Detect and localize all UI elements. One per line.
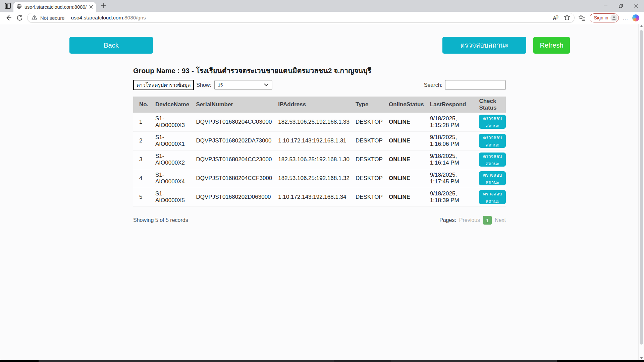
row-check-status-button[interactable]: ตรวจสอบสถานะ [479,171,506,185]
table-row: 1 S1-AIO0000X3 DQVPJST01680204CC03000 18… [133,113,506,131]
page-content: Back ตรวจสอบสถานะ Refresh Group Name : 9… [0,24,644,360]
back-button[interactable]: Back [69,37,153,54]
read-aloud-icon[interactable]: A)) [553,15,558,21]
close-window-icon[interactable] [629,0,644,12]
back-arrow-icon[interactable] [5,14,12,21]
cell-no: 1 [133,113,149,131]
status-badge: ONLINE [383,131,424,150]
workspaces-icon[interactable] [5,3,11,10]
pagination: Pages: Previous 1 Next [439,216,506,225]
cell-type: DESKTOP [350,169,383,188]
page-scrollbar[interactable] [638,24,644,360]
row-check-status-button[interactable]: ตรวจสอบสถานะ [479,134,506,148]
tab-close-icon[interactable] [89,5,93,9]
chevron-down-icon [264,82,269,87]
cell-serialnumber: DQVPJST01680204CC03000 [190,113,272,131]
cell-type: DESKTOP [350,188,383,206]
restore-icon[interactable] [613,0,629,12]
address-bar[interactable]: Not secure uso4.starcatcloud.com:8080/gn… [27,13,575,23]
scroll-up-icon[interactable] [639,25,644,27]
url-path: :8080/gns [123,15,146,20]
pages-label: Pages: [439,217,456,223]
new-tab-icon[interactable] [101,3,107,10]
table-row: 4 S1-AIO0000X4 DQVPJST01680204CCF3000 18… [133,169,506,188]
url-text[interactable]: uso4.starcatcloud.com:8080/gns [71,15,146,21]
col-type: Type [350,97,383,113]
cell-no: 4 [133,169,149,188]
table-footer: Showing 5 of 5 records Pages: Previous 1… [133,216,506,225]
cell-serialnumber: DQVPJST01680202D063000 [190,188,272,206]
cell-devicename: S1-AIO0000X5 [149,188,190,206]
show-select[interactable]: 15 [214,80,272,90]
cell-no: 2 [133,131,149,150]
row-check-status-button[interactable]: ตรวจสอบสถานะ [479,190,506,204]
table-row: 5 S1-AIO0000X5 DQVPJST01680202D063000 1.… [133,188,506,206]
security-label[interactable]: Not secure [40,15,65,21]
cell-devicename: S1-AIO0000X4 [149,169,190,188]
table-row: 2 S1-AIO0000X1 DQVPJST01680202DA73000 1.… [133,131,506,150]
col-checkstatus: Check Status [473,97,506,113]
cell-lastrespond: 9/18/2025, 1:16:06 PM [424,131,473,150]
cell-lastrespond: 9/18/2025, 1:17:45 PM [424,169,473,188]
address-divider [68,15,68,21]
cell-lastrespond: 9/18/2025, 1:18:39 PM [424,188,473,206]
download-table-button[interactable]: ดาวโหลดรูปตารางข้อมูล [133,80,194,90]
profile-avatar-icon [610,14,618,21]
minimize-icon[interactable] [598,0,613,12]
url-host: uso4.starcatcloud.com [71,15,123,20]
col-ipaddress: IPAddress [272,97,350,113]
cell-ipaddress: 182.53.106.25:192.168.1.32 [272,169,350,188]
cell-serialnumber: DQVPJST01680202DA73000 [190,131,272,150]
cell-lastrespond: 9/18/2025, 1:15:28 PM [424,113,473,131]
cell-devicename: S1-AIO0000X3 [149,113,190,131]
browser-tab[interactable]: uso4.starcatcloud.com:8080/gns [13,2,96,12]
reload-icon[interactable] [16,14,23,21]
row-check-status-button[interactable]: ตรวจสอบสถานะ [479,115,506,129]
page-title: Group Name : 93 - โรงเรียนตำรวจตระเวนชาย… [133,65,371,76]
scrollbar-thumb[interactable] [640,30,643,345]
previous-page-button[interactable]: Previous [459,217,480,223]
taskbar-edge [0,360,644,362]
tab-title: uso4.starcatcloud.com:8080/gns [24,4,87,10]
signin-label: Sign in [594,15,608,20]
settings-menu-icon[interactable]: ... [623,15,628,21]
scroll-down-icon[interactable] [639,357,644,359]
next-page-button[interactable]: Next [495,217,506,223]
favorite-star-icon[interactable] [564,14,570,22]
cell-ipaddress: 1.10.172.143:192.168.1.31 [272,131,350,150]
table-controls: ดาวโหลดรูปตารางข้อมูล Show: 15 Search: [133,80,506,90]
status-badge: ONLINE [383,188,424,206]
browser-navbar: Not secure uso4.starcatcloud.com:8080/gn… [0,12,644,24]
table-row: 3 S1-AIO0000X2 DQVPJST01680204CC23000 18… [133,150,506,169]
refresh-button[interactable]: Refresh [533,37,570,54]
browser-titlebar: uso4.starcatcloud.com:8080/gns [0,0,644,12]
col-serialnumber: SerialNumber [190,97,272,113]
cell-ipaddress: 182.53.106.25:192.168.1.33 [272,113,350,131]
cell-serialnumber: DQVPJST01680204CC23000 [190,150,272,169]
copilot-icon[interactable] [632,14,639,21]
col-lastrespond: LastRespond [424,97,473,113]
show-select-value: 15 [218,82,223,87]
signin-button[interactable]: Sign in [590,13,619,22]
row-check-status-button[interactable]: ตรวจสอบสถานะ [479,153,506,167]
cell-ipaddress: 1.10.172.143:192.168.1.34 [272,188,350,206]
cell-devicename: S1-AIO0000X1 [149,131,190,150]
status-badge: ONLINE [383,113,424,131]
cell-type: DESKTOP [350,113,383,131]
window-controls [598,0,644,12]
status-badge: ONLINE [383,150,424,169]
col-no: No. [133,97,149,113]
show-label: Show: [196,82,211,88]
cell-ipaddress: 182.53.106.25:192.168.1.30 [272,150,350,169]
cell-serialnumber: DQVPJST01680204CCF3000 [190,169,272,188]
collections-icon[interactable] [579,14,586,21]
current-page-badge[interactable]: 1 [483,216,492,225]
device-table: No. DeviceName SerialNumber IPAddress Ty… [133,97,506,207]
records-summary: Showing 5 of 5 records [133,217,188,223]
cell-devicename: S1-AIO0000X2 [149,150,190,169]
cell-lastrespond: 9/18/2025, 1:16:14 PM [424,150,473,169]
check-status-button[interactable]: ตรวจสอบสถานะ [442,37,526,54]
cell-no: 3 [133,150,149,169]
search-input[interactable] [445,80,506,90]
cell-type: DESKTOP [350,131,383,150]
